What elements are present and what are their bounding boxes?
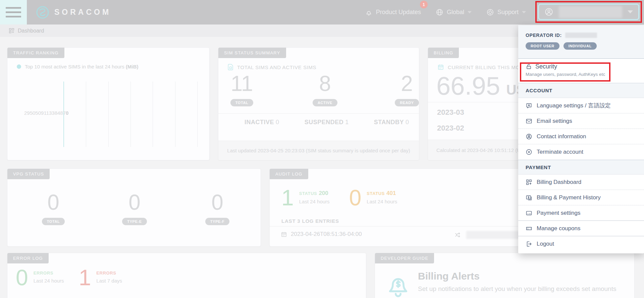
menu-item-email-settings[interactable]: Email settings xyxy=(518,113,644,129)
audit-entries-title: LAST 3 LOG ENTRIES xyxy=(281,218,339,224)
card-tag: AUDIT LOG xyxy=(270,169,308,179)
menu-item-billing-payment-history[interactable]: Billing & Payment History xyxy=(518,190,644,205)
sim-card-icon xyxy=(228,64,233,70)
account-menu-button[interactable] xyxy=(538,4,639,20)
menu-item-label: Email settings xyxy=(537,118,572,125)
lock-icon xyxy=(526,63,532,70)
error-log-card: ERROR LOG 0 ERRORS Last 24 hours 1 ERROR… xyxy=(7,253,366,298)
contact-icon xyxy=(526,133,532,140)
traffic-chart-grid xyxy=(63,82,198,147)
sim-status-card: SIM STATUS SUMMARY TOTAL SIMS AND ACTIVE… xyxy=(218,47,419,160)
menu-item-label: Billing Dashboard xyxy=(537,179,581,186)
product-updates-label: Product Updates xyxy=(376,9,421,16)
operator-id-redacted xyxy=(565,33,597,38)
menu-item-payment-settings[interactable]: Payment settings xyxy=(518,205,644,221)
menu-item-logout[interactable]: Logout xyxy=(518,236,644,252)
global-label: Global xyxy=(447,9,464,16)
account-dropdown-menu: OPERATOR ID: ROOT USER INDIVIDUAL Securi… xyxy=(518,25,644,253)
sim-legend: TOTAL SIMS AND ACTIVE SIMS xyxy=(228,64,316,70)
soracom-logo-icon xyxy=(36,5,50,19)
calendar-icon xyxy=(437,64,444,70)
operator-id-label: OPERATOR ID: xyxy=(526,33,562,38)
traffic-row-value: 0 xyxy=(66,110,68,116)
security-description: Manage users, password, AuthKeys etc xyxy=(526,72,637,77)
product-updates-button[interactable]: Product Updates 1 xyxy=(365,8,421,16)
breadcrumb-dashboard[interactable]: Dashboard xyxy=(18,28,44,34)
traffic-row-label: 295050911338487 xyxy=(24,110,66,116)
coverage-selector[interactable]: Global xyxy=(436,8,472,16)
developer-guide-card: DEVELOPER GUIDE Billing Alerts Set up no… xyxy=(375,253,635,298)
lifebuoy-icon xyxy=(486,8,494,16)
menu-item-language-settings[interactable]: Language settings / 言語設定 xyxy=(518,98,644,113)
security-label: Security xyxy=(535,63,557,70)
chevron-down-icon xyxy=(522,11,526,13)
account-name-redacted xyxy=(559,6,622,18)
logout-icon xyxy=(526,241,532,247)
account-button-highlight xyxy=(535,1,642,23)
user-circle-icon xyxy=(544,7,553,16)
sim-footer: Last updated 2023-04-25 20:23:03 (SIM st… xyxy=(218,141,419,160)
billing-amount: 66.95 xyxy=(436,73,500,99)
error-stat-7d: 1 ERRORS Last 7 days xyxy=(79,267,122,288)
dashboard-grid-icon xyxy=(8,28,15,34)
card-tag: BILLING xyxy=(428,48,459,58)
chevron-down-icon xyxy=(628,10,633,13)
card-tag: VPG STATUS xyxy=(7,169,50,179)
audit-stat-401: 0 STATUS401 Last 24 hours xyxy=(349,187,397,208)
brand-name: SORACOM xyxy=(54,8,111,17)
chevron-down-icon xyxy=(468,11,472,13)
calendar-icon xyxy=(281,231,287,238)
menu-item-label: Language settings / 言語設定 xyxy=(537,102,611,109)
api-path-icon xyxy=(454,231,462,239)
error-stats: 0 ERRORS Last 24 hours 1 ERRORS Last 7 d… xyxy=(16,267,122,288)
email-icon xyxy=(526,118,532,125)
card-tag: ERROR LOG xyxy=(7,253,49,263)
payment-section-title: PAYMENT xyxy=(518,160,644,175)
terminate-icon xyxy=(526,149,532,155)
operator-info-section: OPERATOR ID: ROOT USER INDIVIDUAL xyxy=(518,25,644,59)
sim-stat-ready: 2 READY xyxy=(390,73,424,106)
menu-item-security[interactable]: Security Manage users, password, AuthKey… xyxy=(518,59,644,83)
menu-item-manage-coupons[interactable]: Manage coupons xyxy=(518,221,644,236)
error-stat-24h: 0 ERRORS Last 24 hours xyxy=(16,267,64,288)
vpg-stat-type-f: 0 TYPE-F xyxy=(201,192,234,225)
card-tag: TRAFFIC RANKING xyxy=(7,48,64,58)
vpg-stat-type-e: 0 TYPE-E xyxy=(118,192,151,225)
menu-item-label: Contact information xyxy=(537,133,586,140)
notification-badge: 1 xyxy=(420,1,428,8)
audit-entry-timestamp: 2023-04-26T08:51:36-04:00 xyxy=(291,231,362,238)
account-section-title: ACCOUNT xyxy=(518,83,644,98)
billing-legend: CURRENT BILLING THIS MONTH xyxy=(437,64,531,70)
legend-dot-icon xyxy=(17,64,21,69)
menu-item-label: Billing & Payment History xyxy=(537,194,601,201)
card-tag: DEVELOPER GUIDE xyxy=(375,253,434,263)
menu-item-label: Manage coupons xyxy=(537,225,580,232)
translate-icon xyxy=(526,102,532,109)
dashboard-grid-icon xyxy=(526,179,532,186)
audit-stat-200: 1 STATUS200 Last 24 hours xyxy=(281,187,330,208)
billing-alert-bell-icon xyxy=(385,272,411,298)
menu-item-label: Logout xyxy=(537,241,554,247)
bell-icon xyxy=(365,8,373,16)
sim-substats: INACTIVE 0 SUSPENDED 1 STANDBY 0 xyxy=(218,113,419,126)
globe-icon xyxy=(436,8,443,16)
menu-item-label: Terminate account xyxy=(537,149,583,155)
support-label: Support xyxy=(497,9,519,16)
hamburger-menu-button[interactable] xyxy=(0,0,27,24)
sim-stat-total: 11 TOTAL xyxy=(225,73,259,106)
vpg-stat-total: 0 TOTAL xyxy=(37,192,70,225)
traffic-ranking-card: TRAFFIC RANKING Top 10 most active SIMS … xyxy=(7,47,210,160)
guide-title[interactable]: Billing Alerts xyxy=(418,270,480,282)
sim-stat-active: 8 ACTIVE xyxy=(308,73,342,106)
soracom-logo[interactable]: SORACOM xyxy=(36,5,111,19)
individual-badge: INDIVIDUAL xyxy=(564,42,597,50)
menu-item-contact-information[interactable]: Contact information xyxy=(518,129,644,144)
menu-item-terminate-account[interactable]: Terminate account xyxy=(518,144,644,160)
vpg-status-card: VPG STATUS 0 TOTAL 0 TYPE-E 0 TYPE-F xyxy=(7,168,261,247)
audit-stats: 1 STATUS200 Last 24 hours 0 STATUS401 La… xyxy=(281,187,397,208)
support-menu[interactable]: Support xyxy=(486,8,526,16)
menu-item-label: Payment settings xyxy=(537,210,580,216)
guide-subtitle: Set up notifications to alert you when y… xyxy=(418,285,616,293)
ticket-icon xyxy=(526,225,532,232)
menu-item-billing-dashboard[interactable]: Billing Dashboard xyxy=(518,175,644,190)
